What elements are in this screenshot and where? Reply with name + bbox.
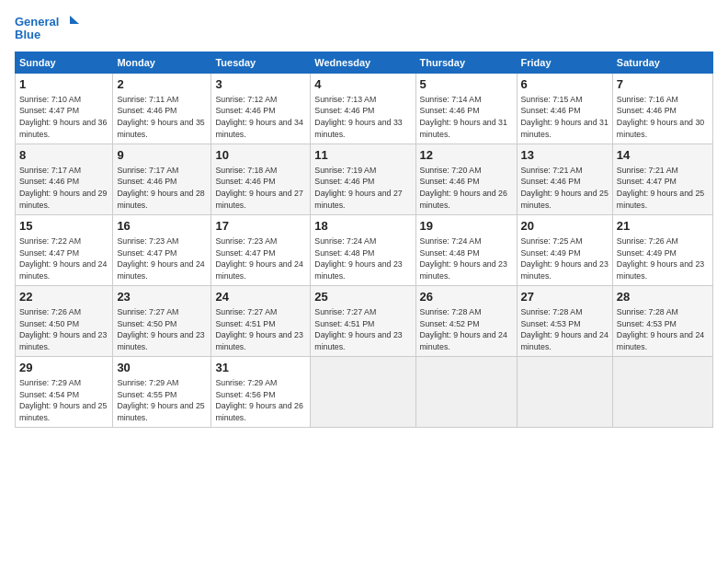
day-info: Sunrise: 7:22 AMSunset: 4:47 PMDaylight:… — [19, 236, 107, 282]
day-number: 30 — [117, 360, 207, 376]
day-info: Sunrise: 7:27 AMSunset: 4:50 PMDaylight:… — [117, 307, 204, 352]
week-row-2: 8 Sunrise: 7:17 AMSunset: 4:46 PMDayligh… — [16, 144, 713, 215]
day-number: 3 — [215, 76, 306, 93]
day-cell: 9 Sunrise: 7:17 AMSunset: 4:46 PMDayligh… — [113, 144, 211, 215]
day-number: 13 — [521, 147, 609, 164]
day-number: 19 — [420, 218, 513, 235]
day-cell: 13 Sunrise: 7:21 AMSunset: 4:46 PMDaylig… — [517, 144, 612, 215]
day-info: Sunrise: 7:29 AMSunset: 4:55 PMDaylight:… — [117, 378, 204, 423]
day-info: Sunrise: 7:20 AMSunset: 4:46 PMDaylight:… — [420, 166, 507, 211]
day-info: Sunrise: 7:23 AMSunset: 4:47 PMDaylight:… — [215, 236, 302, 282]
day-info: Sunrise: 7:13 AMSunset: 4:46 PMDaylight:… — [314, 95, 402, 140]
column-header-sunday: Sunday — [16, 52, 113, 74]
day-number: 22 — [19, 289, 108, 305]
day-info: Sunrise: 7:29 AMSunset: 4:56 PMDaylight:… — [215, 378, 302, 423]
day-cell: 17 Sunrise: 7:23 AMSunset: 4:47 PMDaylig… — [211, 215, 311, 286]
day-number: 9 — [117, 147, 207, 164]
day-info: Sunrise: 7:16 AMSunset: 4:46 PMDaylight:… — [617, 95, 704, 140]
day-info: Sunrise: 7:26 AMSunset: 4:50 PMDaylight:… — [19, 307, 107, 352]
day-cell — [415, 357, 517, 428]
day-info: Sunrise: 7:14 AMSunset: 4:46 PMDaylight:… — [420, 95, 507, 140]
day-cell: 15 Sunrise: 7:22 AMSunset: 4:47 PMDaylig… — [16, 215, 113, 286]
day-cell: 4 Sunrise: 7:13 AMSunset: 4:46 PMDayligh… — [311, 74, 415, 144]
day-number: 2 — [117, 76, 207, 93]
day-number: 15 — [19, 218, 108, 235]
day-cell: 11 Sunrise: 7:19 AMSunset: 4:46 PMDaylig… — [311, 144, 415, 215]
day-info: Sunrise: 7:28 AMSunset: 4:52 PMDaylight:… — [420, 307, 507, 352]
day-number: 29 — [19, 360, 108, 376]
day-number: 14 — [617, 147, 709, 164]
day-cell: 22 Sunrise: 7:26 AMSunset: 4:50 PMDaylig… — [16, 286, 113, 357]
day-cell: 5 Sunrise: 7:14 AMSunset: 4:46 PMDayligh… — [415, 74, 517, 144]
day-cell: 12 Sunrise: 7:20 AMSunset: 4:46 PMDaylig… — [415, 144, 517, 215]
day-number: 11 — [314, 147, 411, 164]
logo: General Blue — [15, 11, 79, 44]
svg-text:General: General — [15, 15, 59, 29]
day-cell: 10 Sunrise: 7:18 AMSunset: 4:46 PMDaylig… — [211, 144, 311, 215]
day-cell: 6 Sunrise: 7:15 AMSunset: 4:46 PMDayligh… — [517, 74, 612, 144]
week-row-1: 1 Sunrise: 7:10 AMSunset: 4:47 PMDayligh… — [16, 74, 713, 144]
page-container: General Blue SundayMondayTuesdayWednesda… — [0, 0, 728, 435]
week-row-3: 15 Sunrise: 7:22 AMSunset: 4:47 PMDaylig… — [16, 215, 713, 286]
day-number: 1 — [19, 76, 108, 93]
day-number: 5 — [420, 76, 513, 93]
column-header-wednesday: Wednesday — [311, 52, 415, 74]
day-number: 31 — [215, 360, 306, 376]
day-cell: 19 Sunrise: 7:24 AMSunset: 4:48 PMDaylig… — [415, 215, 517, 286]
day-info: Sunrise: 7:11 AMSunset: 4:46 PMDaylight:… — [117, 95, 204, 140]
day-info: Sunrise: 7:15 AMSunset: 4:46 PMDaylight:… — [521, 95, 609, 140]
day-info: Sunrise: 7:28 AMSunset: 4:53 PMDaylight:… — [521, 307, 609, 352]
week-row-5: 29 Sunrise: 7:29 AMSunset: 4:54 PMDaylig… — [16, 357, 713, 428]
day-number: 26 — [420, 289, 513, 305]
day-info: Sunrise: 7:19 AMSunset: 4:46 PMDaylight:… — [314, 166, 402, 211]
day-info: Sunrise: 7:17 AMSunset: 4:46 PMDaylight:… — [117, 166, 204, 211]
header-row: SundayMondayTuesdayWednesdayThursdayFrid… — [16, 52, 713, 74]
day-info: Sunrise: 7:27 AMSunset: 4:51 PMDaylight:… — [215, 307, 302, 352]
day-number: 24 — [215, 289, 306, 305]
day-info: Sunrise: 7:29 AMSunset: 4:54 PMDaylight:… — [19, 378, 107, 423]
day-number: 4 — [314, 76, 411, 93]
day-cell: 23 Sunrise: 7:27 AMSunset: 4:50 PMDaylig… — [113, 286, 211, 357]
calendar-table: SundayMondayTuesdayWednesdayThursdayFrid… — [15, 52, 713, 428]
day-cell — [612, 357, 712, 428]
day-cell — [311, 357, 415, 428]
day-info: Sunrise: 7:12 AMSunset: 4:46 PMDaylight:… — [215, 95, 302, 140]
day-number: 27 — [521, 289, 609, 305]
day-cell: 1 Sunrise: 7:10 AMSunset: 4:47 PMDayligh… — [16, 74, 113, 144]
day-cell: 30 Sunrise: 7:29 AMSunset: 4:55 PMDaylig… — [113, 357, 211, 428]
day-cell: 20 Sunrise: 7:25 AMSunset: 4:49 PMDaylig… — [517, 215, 612, 286]
day-cell: 8 Sunrise: 7:17 AMSunset: 4:46 PMDayligh… — [16, 144, 113, 215]
page-header: General Blue — [15, 11, 713, 44]
day-number: 20 — [521, 218, 609, 235]
day-info: Sunrise: 7:21 AMSunset: 4:47 PMDaylight:… — [617, 166, 704, 211]
day-number: 8 — [19, 147, 108, 164]
day-number: 16 — [117, 218, 207, 235]
day-cell: 29 Sunrise: 7:29 AMSunset: 4:54 PMDaylig… — [16, 357, 113, 428]
day-info: Sunrise: 7:25 AMSunset: 4:49 PMDaylight:… — [521, 236, 609, 282]
day-info: Sunrise: 7:27 AMSunset: 4:51 PMDaylight:… — [314, 307, 402, 352]
column-header-saturday: Saturday — [612, 52, 712, 74]
day-cell: 25 Sunrise: 7:27 AMSunset: 4:51 PMDaylig… — [311, 286, 415, 357]
column-header-friday: Friday — [517, 52, 612, 74]
day-cell: 3 Sunrise: 7:12 AMSunset: 4:46 PMDayligh… — [211, 74, 311, 144]
day-number: 17 — [215, 218, 306, 235]
column-header-tuesday: Tuesday — [211, 52, 311, 74]
day-number: 18 — [314, 218, 411, 235]
column-header-monday: Monday — [113, 52, 211, 74]
day-number: 25 — [314, 289, 411, 305]
day-info: Sunrise: 7:24 AMSunset: 4:48 PMDaylight:… — [420, 236, 507, 282]
day-number: 12 — [420, 147, 513, 164]
day-cell: 26 Sunrise: 7:28 AMSunset: 4:52 PMDaylig… — [415, 286, 517, 357]
day-number: 21 — [617, 218, 709, 235]
day-cell — [517, 357, 612, 428]
column-header-thursday: Thursday — [415, 52, 517, 74]
day-info: Sunrise: 7:10 AMSunset: 4:47 PMDaylight:… — [19, 95, 107, 140]
day-cell: 21 Sunrise: 7:26 AMSunset: 4:49 PMDaylig… — [612, 215, 712, 286]
logo-svg: General Blue — [15, 11, 79, 44]
day-info: Sunrise: 7:26 AMSunset: 4:49 PMDaylight:… — [617, 236, 704, 282]
day-cell: 7 Sunrise: 7:16 AMSunset: 4:46 PMDayligh… — [612, 74, 712, 144]
day-cell: 31 Sunrise: 7:29 AMSunset: 4:56 PMDaylig… — [211, 357, 311, 428]
day-info: Sunrise: 7:28 AMSunset: 4:53 PMDaylight:… — [617, 307, 704, 352]
day-info: Sunrise: 7:21 AMSunset: 4:46 PMDaylight:… — [521, 166, 609, 211]
day-number: 10 — [215, 147, 306, 164]
